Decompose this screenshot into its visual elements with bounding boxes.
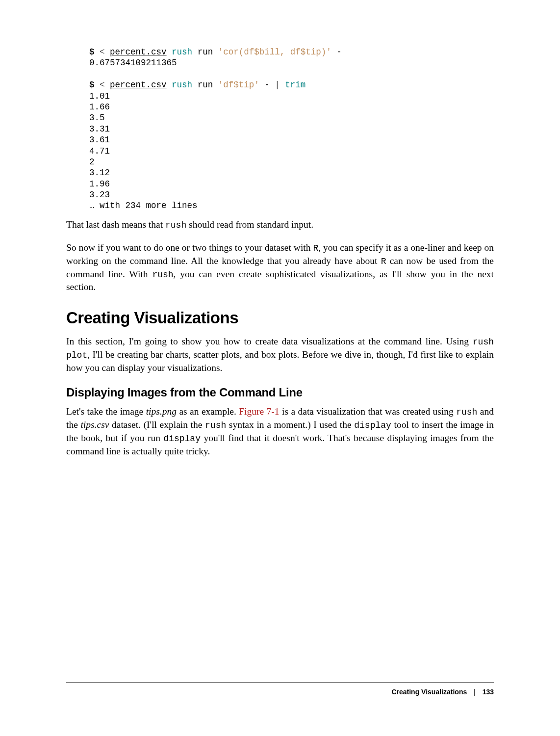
italic-filename: tips.png [146,406,177,417]
page-footer: Creating Visualizations | 133 [66,683,494,696]
redirect-op: < [100,80,105,90]
output-line: 2 [89,157,95,167]
r-expression: 'cor(df$bill, df$tip)' [218,47,331,57]
output-line: 3.23 [89,190,110,200]
input-file: percent.csv [110,47,167,57]
output-line: 3.5 [89,113,105,123]
footer-divider: | [474,688,476,696]
shell-prompt: $ [89,47,95,57]
page-number: 133 [483,688,494,696]
output-line: 3.12 [89,168,110,178]
footer-section-name: Creating Visualizations [391,688,467,696]
dash-arg: - [264,80,270,90]
cmd-trim: trim [285,80,305,90]
section-heading: Creating Visualizations [66,309,494,327]
figure-reference[interactable]: Figure 7-1 [239,406,279,417]
redirect-op: < [100,47,105,57]
cmd-rush: rush [172,80,192,90]
italic-filename: tips.csv [80,420,109,430]
output-line: 1.66 [89,102,110,112]
cmd-rush: rush [172,47,192,57]
inline-code: R [313,243,318,253]
input-file: percent.csv [110,80,167,90]
inline-code: R [381,257,386,266]
shell-prompt: $ [89,80,95,90]
paragraph: In this section, I'm going to show you h… [66,335,494,375]
output-line: 1.96 [89,179,110,189]
inline-code: rush [165,220,186,230]
inline-code: display [163,434,201,444]
paragraph: Let's take the image tips.png as an exam… [66,405,494,458]
cmd-run: run [198,47,213,57]
page-content: $ < percent.csv rush run 'cor(df$bill, d… [0,0,560,458]
code-block-1: $ < percent.csv rush run 'cor(df$bill, d… [89,47,494,211]
output-line: 3.61 [89,135,110,145]
inline-code: display [354,421,391,430]
r-expression: 'df$tip' [218,80,259,90]
output-line: 1.01 [89,91,110,101]
output-line: 3.31 [89,124,110,134]
inline-code: rush [456,407,477,417]
output-line: 4.71 [89,146,110,156]
output-value: 0.675734109211365 [89,58,177,68]
output-more: … with 234 more lines [89,201,198,210]
inline-code: rush [152,270,173,280]
inline-code: rush [205,421,226,430]
paragraph: So now if you want to do one or two thin… [66,241,494,294]
dash-arg: - [336,47,342,57]
pipe-op: | [275,80,280,90]
cmd-run: run [198,80,213,90]
paragraph: That last dash means that rush should re… [66,218,494,232]
subsection-heading: Displaying Images from the Command Line [66,386,494,399]
